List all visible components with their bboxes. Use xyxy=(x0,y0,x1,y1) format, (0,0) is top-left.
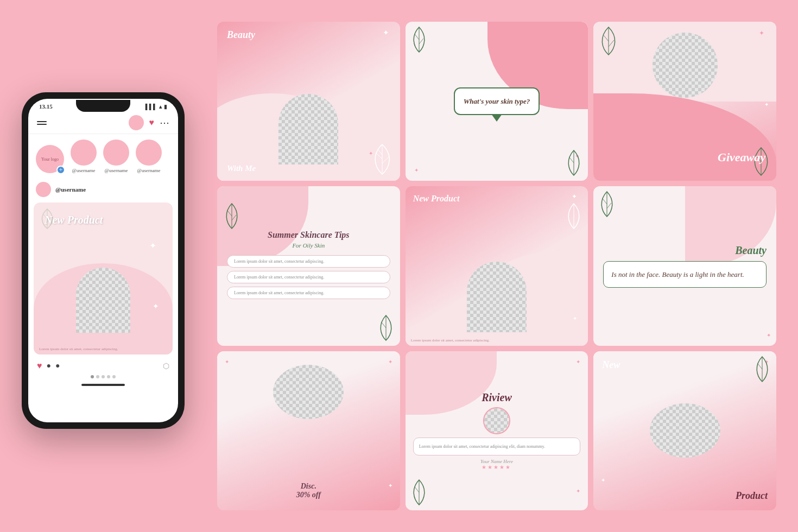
story-item-2[interactable]: @username xyxy=(103,140,129,173)
card3-sparkle2: ✦ xyxy=(764,102,769,107)
post-title: New Product xyxy=(45,213,103,227)
card2-leaf-br xyxy=(565,149,584,176)
card5-sparkle1: ✦ xyxy=(572,193,577,201)
dot-5 xyxy=(112,375,116,378)
card1-title-bottom: With Me xyxy=(227,164,256,173)
card5-sparkle2: ✦ xyxy=(573,315,577,321)
story-avatar-1 xyxy=(71,140,97,166)
card5-arch-image xyxy=(467,262,527,332)
main-container: 13.15 ▌▌▌ ▴ ▮ ♥ ⋯ xyxy=(0,0,798,532)
heart-icon[interactable]: ♥ xyxy=(149,118,155,128)
card1-sparkle-tr: ✦ xyxy=(383,28,389,37)
card-giveaway: ✦ ✦ Giveaway xyxy=(593,22,776,181)
card8-reviewer-name: Your Name Here xyxy=(413,459,581,464)
nav-bar: ♥ ⋯ xyxy=(28,112,178,134)
card1-sparkle-br: ✦ xyxy=(369,150,373,156)
nav-icons: ♥ ⋯ xyxy=(129,115,170,130)
card-disc: ✦ ✦ ✦ Disc. 30% off xyxy=(217,351,400,510)
sparkle-1: ✦ xyxy=(149,240,156,251)
story-avatar-3 xyxy=(136,140,162,166)
card2-bubble: What's your skin type? xyxy=(454,87,540,115)
svg-line-21 xyxy=(382,322,386,328)
sparkle-2: ✦ xyxy=(153,302,159,311)
svg-line-27 xyxy=(415,487,419,492)
hamburger-icon[interactable] xyxy=(37,121,47,125)
card7-oval-image xyxy=(273,365,344,419)
card4-line-3: Lorem ipsum dolor sit amet, consectetur … xyxy=(227,287,390,299)
username-label: @username xyxy=(55,186,86,193)
card5-caption: Lorem ipsum dolor sit amet, consectetur … xyxy=(411,338,490,343)
card2-sparkle3: ✦ xyxy=(575,153,579,159)
card1-arch-image xyxy=(278,94,338,164)
card9-sparkle2: ✦ xyxy=(601,477,605,483)
phone-notch xyxy=(76,100,130,112)
home-bar xyxy=(81,384,125,386)
card8-stars: ★★★★★ xyxy=(413,464,581,470)
card8-sparkle1: ✦ xyxy=(576,359,580,365)
card5-title: New Product xyxy=(413,194,460,204)
card-beauty-quote: ✦ Beauty Is not in the face. Beauty is a… xyxy=(593,186,776,345)
phone-screen: 13.15 ▌▌▌ ▴ ▮ ♥ ⋯ xyxy=(28,99,178,422)
card7-title: Disc. 30% off xyxy=(296,482,321,499)
card4-leaf-br xyxy=(377,314,396,341)
like-btn[interactable]: ♥ xyxy=(37,361,42,371)
card-skincare-tips: Summer Skincare Tips For Oily Skin Lorem… xyxy=(217,186,400,345)
svg-line-25 xyxy=(607,203,611,208)
card2-leaf-tl xyxy=(410,26,429,53)
card4-title: Summer Skincare Tips xyxy=(227,230,390,240)
card4-line-1: Lorem ipsum dolor sit amet, consectetur … xyxy=(227,255,390,268)
story-item-1[interactable]: @username xyxy=(71,140,97,173)
dots-icon[interactable]: ⋯ xyxy=(160,117,169,129)
card-new-product-mid: New Product ✦ ✦ Lorem ipsum dolor sit am… xyxy=(406,186,588,345)
card9-title-top: New xyxy=(602,360,620,371)
card-beauty-with-me: ✦ ✦ Beauty With Me xyxy=(217,22,400,181)
card8-avatar xyxy=(483,407,510,434)
card7-sparkle3: ✦ xyxy=(388,483,392,489)
card7-sparkle2: ✦ xyxy=(388,359,392,365)
card8-leaf xyxy=(410,479,429,506)
card8-review-text: Lorem ipsum dolor sit amet, consectetur … xyxy=(413,438,581,455)
card6-leaf-tl xyxy=(598,191,617,218)
phone-mockup: 13.15 ▌▌▌ ▴ ▮ ♥ ⋯ xyxy=(22,92,195,440)
card6-quote: Is not in the face. Beauty is a light in… xyxy=(603,261,767,288)
username-bar: @username xyxy=(28,179,178,200)
card3-title: Giveaway xyxy=(718,150,765,164)
card9-title-bottom: Product xyxy=(736,490,768,502)
card8-title: Riview xyxy=(413,391,581,404)
add-story-btn[interactable]: + xyxy=(56,166,65,174)
card2-sparkle1: ✦ xyxy=(571,29,576,37)
card6-title: Beauty xyxy=(603,244,767,257)
phone-post: New Product ✦ ✦ Lorem ipsum dolor sit am… xyxy=(34,202,173,354)
phone-frame: 13.15 ▌▌▌ ▴ ▮ ♥ ⋯ xyxy=(22,92,185,429)
card2-bubble-text: What's your skin type? xyxy=(464,97,530,105)
dot-2 xyxy=(96,375,99,378)
image-placeholder xyxy=(76,268,130,333)
card9-sparkle1: ✦ xyxy=(764,359,769,365)
card4-line-2: Lorem ipsum dolor sit amet, consectetur … xyxy=(227,271,390,283)
nav-circle xyxy=(129,115,144,130)
card2-sparkle2: ✦ xyxy=(414,167,419,173)
story-avatar-2 xyxy=(103,140,129,166)
card-new-product-br: ✦ ✦ New Product xyxy=(593,351,776,510)
story-avatar-main: Your logo + xyxy=(36,145,64,173)
user-avatar xyxy=(36,182,51,197)
card6-sparkle: ✦ xyxy=(767,332,771,338)
wifi-icon: ▴ xyxy=(159,104,162,110)
svg-line-9 xyxy=(419,39,423,44)
card3-circle-image xyxy=(653,33,718,98)
stories-row: Your logo + @username @username xyxy=(28,134,178,179)
dot-4 xyxy=(107,375,110,378)
status-time: 13.15 xyxy=(39,103,53,110)
svg-line-8 xyxy=(415,34,419,40)
comment-btn[interactable]: ● xyxy=(47,362,51,370)
bookmark-btn[interactable]: ⬡ xyxy=(163,362,169,371)
story-item-3[interactable]: @username xyxy=(136,140,162,173)
card7-sparkle1: ✦ xyxy=(225,359,229,365)
story-item-main[interactable]: Your logo + xyxy=(36,145,64,173)
card-review: ✦ ✦ Riview Lorem ipsum dolor sit amet, c… xyxy=(406,351,588,510)
share-btn[interactable]: ● xyxy=(55,362,60,370)
signal-icon: ▌▌▌ xyxy=(145,104,157,110)
svg-line-24 xyxy=(603,199,607,204)
action-icons-left: ♥ ● ● xyxy=(37,361,60,371)
phone-actions: ♥ ● ● ⬡ xyxy=(28,357,178,373)
